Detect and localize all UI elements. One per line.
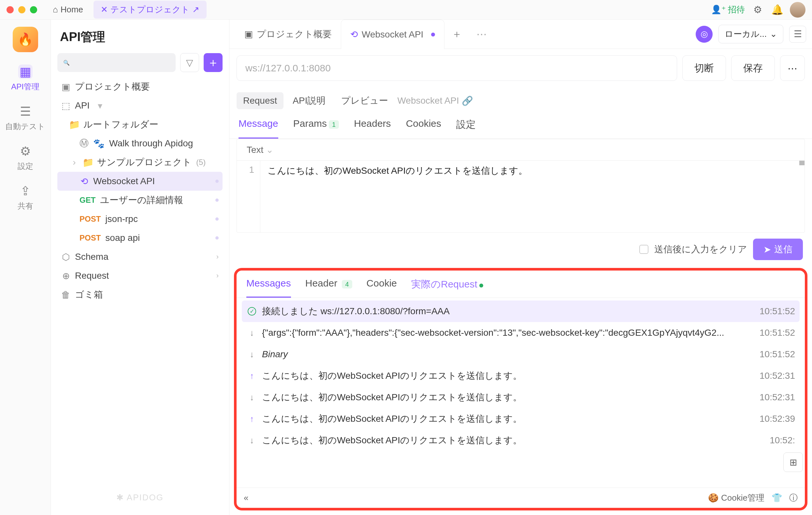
message-time: 10:52:: [770, 435, 795, 446]
target-icon: ◎: [701, 29, 708, 39]
message-row[interactable]: ↑こんにちは、初のWebSocket APIのリクエストを送信します。10:52…: [242, 408, 800, 430]
minimize-window-icon[interactable]: [18, 6, 25, 13]
tree-request[interactable]: ⊕ Request ›: [57, 266, 223, 285]
help-icon[interactable]: ⓘ: [789, 492, 798, 504]
tree-get-user-detail[interactable]: GET ユーザーの詳細情報: [57, 191, 223, 209]
stack-icon: ☰: [18, 104, 33, 119]
rail-item-api[interactable]: ▦ API管理: [11, 64, 39, 92]
send-button[interactable]: ➤ 送信: [753, 238, 803, 260]
header-badge: 4: [342, 280, 352, 288]
tabstrip: ▣ プロジェクト概要 ⟲ Websocket API ＋ ⋯ ◎ ローカル...…: [229, 20, 812, 49]
reqtab-params[interactable]: Params1: [293, 118, 339, 139]
url-input[interactable]: ws://127.0.0.1:8080: [237, 55, 677, 81]
close-icon[interactable]: ✕: [101, 5, 108, 15]
settings-icon[interactable]: ⚙: [751, 3, 764, 17]
message-row[interactable]: ↓{"args":{"form":"AAA"},"headers":{"sec-…: [242, 322, 800, 344]
hamburger-button[interactable]: ☰: [789, 26, 806, 43]
collapse-icon[interactable]: «: [244, 493, 248, 503]
environment-select[interactable]: ローカル... ⌄: [719, 25, 783, 44]
folder-icon: 📁: [70, 119, 79, 130]
cookie-mgr-label: Cookie管理: [721, 492, 764, 504]
rail-item-share[interactable]: ⇪ 共有: [18, 184, 33, 211]
schema-icon: ⬡: [61, 252, 70, 262]
message-text: {"args":{"form":"AAA"},"headers":{"sec-w…: [262, 327, 753, 338]
clear-checkbox[interactable]: [639, 245, 648, 254]
more-button[interactable]: ⋯: [780, 55, 805, 81]
close-window-icon[interactable]: [6, 6, 14, 13]
reqtab-settings[interactable]: 設定: [456, 118, 476, 139]
msgtab-header[interactable]: Header 4: [305, 278, 352, 297]
editor-body[interactable]: 1 こんにちは、初のWebSocket APIのリクエストを送信します。: [237, 161, 805, 232]
shirt-icon[interactable]: 👕: [772, 493, 782, 503]
sidebar-tree: ▣ プロジェクト概要 ⬚ API ▾ 📁 ルートフォルダー Ⓜ 🐾 Walk t…: [57, 77, 223, 304]
send-label: 送信: [774, 243, 792, 256]
tab-overview[interactable]: ▣ プロジェクト概要: [235, 20, 341, 49]
format-selector[interactable]: Text ⌄: [246, 144, 273, 155]
arrow-up-icon: ↑: [246, 371, 257, 381]
rail-item-settings[interactable]: ⚙ 設定: [18, 144, 33, 171]
sidebar-toolbar: 🔍 ▽ ＋: [57, 53, 223, 72]
msgtab-actual-request[interactable]: 実際のRequest: [411, 278, 483, 297]
code-content[interactable]: こんにちは、初のWebSocket APIのリクエストを送信します。: [260, 161, 535, 232]
cookie-manager-button[interactable]: 🍪 Cookie管理: [708, 492, 764, 504]
minimap-icon: [799, 161, 805, 232]
invite-button[interactable]: 👤⁺ 招待: [711, 4, 745, 15]
reqtab-message[interactable]: Message: [238, 118, 278, 139]
message-row[interactable]: ↓Binary10:51:52: [242, 344, 800, 365]
arrow-down-icon: ↓: [246, 393, 257, 403]
run-button[interactable]: ◎: [696, 26, 713, 43]
message-time: 10:52:39: [759, 413, 795, 424]
layout-toggle-button[interactable]: ⊞: [783, 452, 803, 472]
project-tab[interactable]: ✕ テストプロジェクト ↗: [93, 1, 207, 19]
tree-label: soap api: [105, 233, 140, 243]
avatar[interactable]: [790, 2, 806, 18]
ellipsis-icon: ⋯: [788, 63, 798, 74]
tree-post-soap[interactable]: POST soap api: [57, 228, 223, 248]
chevron-right-icon: ›: [70, 157, 79, 168]
message-row[interactable]: ↓こんにちは、初のWebSocket APIのリクエストを送信します。10:52…: [242, 387, 800, 408]
rail-label: 自動テスト: [5, 121, 45, 132]
tree-trash[interactable]: 🗑 ゴミ箱: [57, 285, 223, 304]
app-logo-icon[interactable]: 🔥: [13, 27, 38, 52]
tree-overview[interactable]: ▣ プロジェクト概要: [57, 77, 223, 96]
msgtab-messages[interactable]: Messages: [246, 278, 291, 297]
tree-api-root[interactable]: ⬚ API ▾: [57, 96, 223, 115]
save-button[interactable]: 保存: [731, 55, 775, 81]
rail-item-autotest[interactable]: ☰ 自動テスト: [5, 104, 45, 132]
reqtab-headers[interactable]: Headers: [354, 118, 391, 139]
disconnect-button[interactable]: 切断: [682, 55, 726, 81]
check-icon: ✓: [246, 307, 257, 316]
sub-tabs: Request API説明 プレビュー Websocket API 🔗: [229, 87, 812, 110]
tree-post-jsonrpc[interactable]: POST json-rpc: [57, 209, 223, 228]
maximize-window-icon[interactable]: [30, 6, 37, 13]
tree-sample-project[interactable]: › 📁 サンプルプロジェクト (5): [57, 153, 223, 172]
tree-label: Websocket API: [93, 176, 155, 187]
message-list[interactable]: ✓接続しました ws://127.0.0.1:8080/?form=AAA10:…: [237, 298, 805, 488]
subtab-desc[interactable]: API説明: [286, 91, 332, 110]
message-row[interactable]: ✓接続しました ws://127.0.0.1:8080/?form=AAA10:…: [242, 301, 800, 322]
tree-label: ルートフォルダー: [83, 118, 158, 131]
message-row[interactable]: ↓こんにちは、初のWebSocket APIのリクエストを送信します。10:52…: [242, 430, 800, 451]
search-input[interactable]: 🔍: [57, 53, 176, 72]
message-tabs: Messages Header 4 Cookie 実際のRequest: [237, 270, 805, 298]
home-button[interactable]: ⌂ Home: [47, 2, 89, 17]
tree-root-folder[interactable]: 📁 ルートフォルダー: [57, 115, 223, 134]
bell-icon[interactable]: 🔔: [770, 3, 784, 17]
tab-websocket[interactable]: ⟲ Websocket API: [341, 20, 444, 49]
msgtab-cookie[interactable]: Cookie: [367, 278, 397, 297]
filter-button[interactable]: ▽: [180, 53, 199, 72]
link-icon[interactable]: 🔗: [462, 95, 473, 106]
new-tab-button[interactable]: ＋: [444, 27, 469, 41]
subtab-request[interactable]: Request: [237, 92, 284, 109]
markdown-icon: Ⓜ: [80, 137, 89, 150]
tree-schema[interactable]: ⬡ Schema ›: [57, 248, 223, 266]
tab-overflow-button[interactable]: ⋯: [469, 28, 494, 40]
message-row[interactable]: ↑こんにちは、初のWebSocket APIのリクエストを送信します。10:52…: [242, 365, 800, 387]
tree-websocket-api[interactable]: ⟲ Websocket API: [57, 172, 223, 191]
method-label: POST: [80, 233, 101, 242]
tree-walkthrough[interactable]: Ⓜ 🐾 Walk through Apidog: [57, 134, 223, 153]
add-button[interactable]: ＋: [204, 53, 223, 72]
reqtab-cookies[interactable]: Cookies: [406, 118, 441, 139]
status-dot-icon: [215, 199, 219, 202]
subtab-preview[interactable]: プレビュー: [335, 91, 395, 110]
